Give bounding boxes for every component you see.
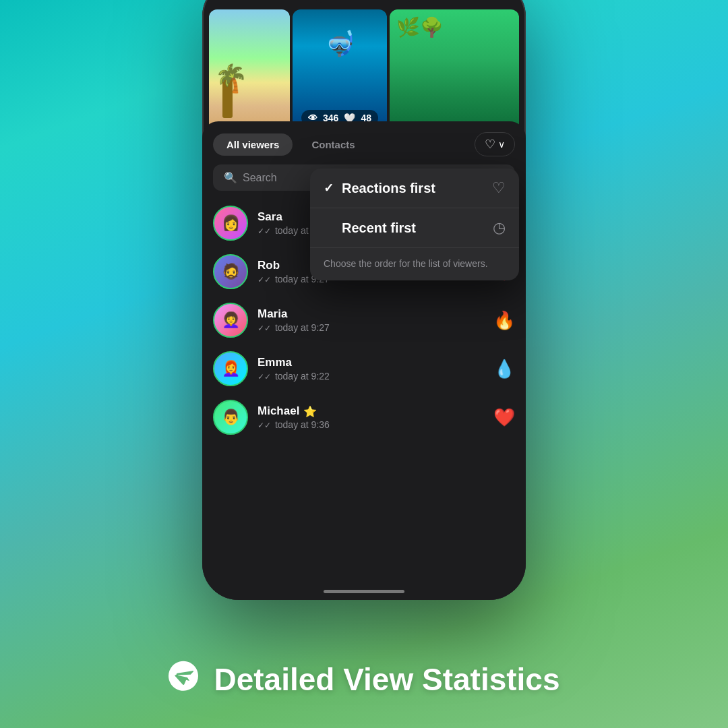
promo-section: Detailed View Statistics (0, 658, 728, 701)
phone-notch (310, 0, 418, 3)
viewer-info: Emma ✓✓ today at 9:22 (257, 356, 484, 382)
dropdown-description: Choose the order for the list of viewers… (310, 247, 519, 280)
viewer-time: ✓✓ today at 9:36 (257, 419, 484, 430)
phone-frame: 🤿 👁 346 🤍 48 🌿🌳 All viewers Co (202, 0, 526, 600)
sort-button[interactable]: ♡ ∨ (475, 132, 515, 156)
island-image: 🌿🌳 (390, 9, 519, 131)
avatar: 👩 (213, 206, 248, 241)
promo-text: Detailed View Statistics (214, 661, 559, 698)
clock-icon: ◷ (493, 219, 506, 237)
list-item[interactable]: 👩‍🦱 Maria ✓✓ today at 9:27 🔥 (213, 296, 515, 344)
reaction-emoji: 💧 (493, 359, 515, 380)
check-icon: ✓ (324, 181, 334, 195)
reaction-emoji: ❤️ (493, 407, 515, 428)
avatar: 👨 (213, 400, 248, 435)
search-placeholder: Search (243, 172, 277, 184)
background: 🤿 👁 346 🤍 48 🌿🌳 All viewers Co (0, 0, 728, 728)
avatar: 🧔 (213, 254, 248, 289)
viewer-info: Michael ⭐ ✓✓ today at 9:36 (257, 404, 484, 430)
tab-contacts[interactable]: Contacts (298, 133, 368, 156)
list-item[interactable]: 👩‍🦰 Emma ✓✓ today at 9:22 💧 (213, 344, 515, 393)
search-icon: 🔍 (224, 171, 237, 184)
viewer-info: Maria ✓✓ today at 9:27 (257, 307, 484, 333)
reaction-emoji: 🔥 (493, 310, 515, 331)
viewer-name: Michael ⭐ (257, 404, 484, 418)
viewer-name: Maria (257, 307, 484, 321)
viewer-time: ✓✓ today at 9:22 (257, 371, 484, 382)
recent-first-label: Recent first (342, 220, 493, 236)
heart-icon: ♡ (492, 179, 506, 197)
list-item[interactable]: 👨 Michael ⭐ ✓✓ today at 9:36 ❤️ (213, 393, 515, 442)
underwater-image: 🤿 👁 346 🤍 48 (293, 9, 387, 131)
avatar: 👩‍🦱 (213, 303, 248, 338)
reactions-first-label: Reactions first (342, 181, 492, 196)
images-row: 🤿 👁 346 🤍 48 🌿🌳 (202, 0, 526, 131)
dropdown-item-recent-first[interactable]: ✓ Recent first ◷ (310, 208, 519, 247)
heart-sort-icon: ♡ (485, 137, 495, 152)
premium-badge: ⭐ (303, 405, 317, 418)
telegram-icon (160, 652, 212, 706)
viewer-name: Emma (257, 356, 484, 369)
dropdown-item-reactions-first[interactable]: ✓ Reactions first ♡ (310, 169, 519, 208)
chevron-down-icon: ∨ (498, 139, 505, 150)
viewer-time: ✓✓ today at 9:27 (257, 322, 484, 333)
diver-icon: 🤿 (325, 30, 355, 58)
island-trees: 🌿🌳 (396, 16, 444, 38)
sort-dropdown: ✓ Reactions first ♡ ✓ Recent first ◷ Cho… (310, 169, 519, 280)
tabs-row: All viewers Contacts ♡ ∨ (202, 132, 526, 156)
tab-all-viewers[interactable]: All viewers (213, 133, 293, 156)
home-indicator (324, 590, 404, 593)
beach-image (209, 9, 290, 131)
avatar: 👩‍🦰 (213, 351, 248, 386)
